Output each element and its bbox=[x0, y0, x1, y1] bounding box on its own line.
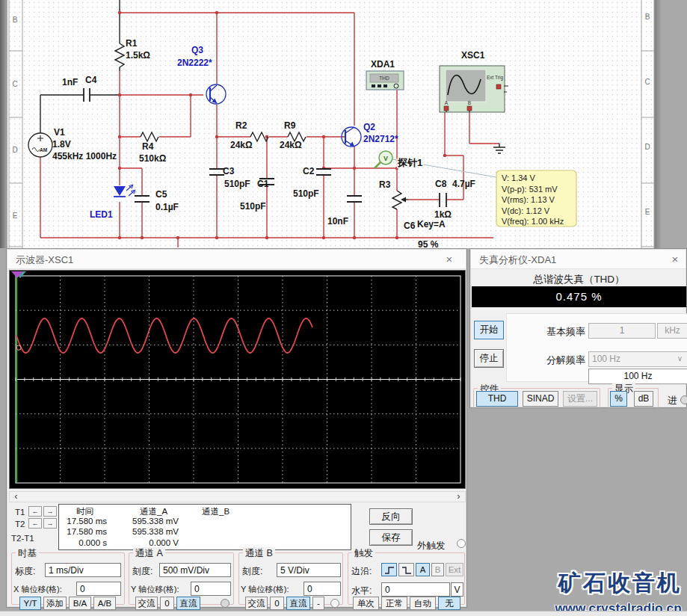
svg-text:V(rms): 1.13 V: V(rms): 1.13 V bbox=[502, 195, 555, 204]
cursor-t2-right-button[interactable]: → bbox=[43, 518, 57, 529]
svg-text:C2: C2 bbox=[303, 166, 315, 176]
trigger-auto-button[interactable]: 自动 bbox=[410, 597, 436, 610]
cursor-t1-left-button[interactable]: ← bbox=[28, 506, 42, 517]
resolution-freq-combo[interactable]: 100 Hz ∨ bbox=[588, 351, 687, 367]
cursor-t1-right-button[interactable]: → bbox=[43, 506, 57, 517]
svg-text:24kΩ: 24kΩ bbox=[230, 140, 253, 150]
falling-edge-button[interactable] bbox=[398, 563, 414, 576]
resistor-r4 bbox=[141, 132, 158, 141]
channel-a-offset-label: Y 轴位移(格): bbox=[131, 584, 179, 595]
potentiometer-r3 bbox=[392, 191, 401, 209]
channel-a-radio[interactable] bbox=[221, 599, 229, 608]
channel-b-group-label: 通道 B bbox=[243, 547, 275, 560]
channel-b-scale-input[interactable]: 5 V/Div bbox=[277, 563, 341, 577]
ab-mode-button[interactable]: A/B bbox=[93, 597, 116, 610]
rising-edge-button[interactable] bbox=[381, 563, 397, 576]
schematic-canvas[interactable]: B C D E B C D E bbox=[0, 0, 687, 248]
measurement-probe[interactable]: V bbox=[375, 151, 392, 168]
channel-a-scale-input[interactable]: 500 mV/Div bbox=[159, 563, 231, 577]
col-time-header: 时间 bbox=[76, 506, 93, 517]
svg-text:V: 1.34 V: V: 1.34 V bbox=[502, 173, 536, 182]
delta-time: 0.000 s bbox=[61, 538, 107, 547]
svg-text:1.8V: 1.8V bbox=[52, 139, 71, 150]
led-led1[interactable] bbox=[114, 185, 135, 197]
start-button[interactable]: 开始 bbox=[474, 321, 504, 339]
trigger-source-a-button[interactable]: A bbox=[416, 563, 430, 576]
settings-button[interactable]: 设置... bbox=[563, 391, 597, 407]
scope-titlebar[interactable]: 示波器-XSC1 × bbox=[7, 250, 466, 269]
svg-text:C3: C3 bbox=[223, 166, 235, 176]
trigger-level-input[interactable]: 0 bbox=[381, 582, 450, 597]
timebase-scale-input[interactable]: 1 ms/Div bbox=[45, 563, 121, 577]
yt-mode-button[interactable]: Y/T bbox=[19, 597, 41, 610]
channel-b-dc-button[interactable]: 直流 bbox=[286, 597, 310, 610]
channel-a-waveform bbox=[16, 318, 312, 353]
svg-text:C: C bbox=[644, 78, 650, 86]
trigger-source-b-button[interactable]: B bbox=[431, 563, 444, 576]
sinad-button[interactable]: SINAD bbox=[523, 391, 558, 407]
t2-cha: 595.338 mV bbox=[117, 527, 179, 536]
channel-b-invert-button[interactable]: - bbox=[312, 597, 324, 610]
fundamental-freq-input[interactable]: 1 bbox=[588, 323, 656, 339]
scope-measurement-table: 时间 通道_A 通道_B 17.580 ms 595.338 mV 17.580… bbox=[58, 504, 351, 550]
channel-a-dc-button[interactable]: 直流 bbox=[176, 597, 200, 610]
close-icon[interactable]: × bbox=[668, 252, 683, 266]
cursor-t1-label: T1 bbox=[15, 508, 25, 517]
scope-screen[interactable] bbox=[9, 270, 466, 489]
add-mode-button[interactable]: 添加 bbox=[43, 597, 67, 610]
channel-a-text: A bbox=[445, 100, 449, 105]
svg-text:E: E bbox=[645, 208, 650, 216]
transistor-q2[interactable] bbox=[342, 127, 361, 147]
percent-button[interactable]: % bbox=[610, 391, 627, 407]
svg-text:Q2: Q2 bbox=[363, 122, 375, 132]
channel-b-zero-button[interactable]: 0 bbox=[270, 597, 284, 610]
transistor-q3[interactable] bbox=[206, 84, 226, 104]
thd-button[interactable]: THD bbox=[476, 391, 518, 407]
db-button[interactable]: dB bbox=[634, 391, 653, 407]
save-button[interactable]: 保存 bbox=[369, 529, 413, 546]
trigger-none-button[interactable]: 无 bbox=[438, 597, 460, 610]
trigger-source-ext-button[interactable]: Ext bbox=[446, 563, 463, 576]
channel-a-ac-button[interactable]: 交流 bbox=[135, 597, 158, 610]
capacitor-symbols[interactable] bbox=[84, 88, 446, 207]
distortion-analyzer-icon[interactable]: THD bbox=[366, 71, 404, 90]
ext-trigger-label: 外触发 bbox=[417, 540, 446, 552]
svg-text:1kΩ: 1kΩ bbox=[434, 209, 452, 220]
source-v1[interactable]: AM bbox=[28, 133, 52, 157]
channel-b-offset-input[interactable]: 0 bbox=[304, 582, 341, 596]
scope-horizontal-scrollbar[interactable]: ‹ › bbox=[9, 491, 466, 502]
trigger-level-unit[interactable]: V bbox=[451, 582, 463, 597]
stop-button[interactable]: 停止 bbox=[474, 349, 504, 368]
watermark-title: 矿石收音机 bbox=[555, 568, 682, 599]
channel-b-scale-label: 刻度: bbox=[242, 565, 262, 578]
close-icon[interactable]: × bbox=[442, 252, 457, 266]
watermark: 矿石收音机 www.crystalradio.cn bbox=[555, 568, 682, 616]
scroll-left-icon[interactable]: ‹ bbox=[10, 492, 22, 502]
oscilloscope-icon[interactable]: Ext Trig A B bbox=[440, 66, 508, 112]
component-labels: R1 1.5kΩ 1nF C4 V1 1.8V 455kHz 1000Hz R4… bbox=[52, 38, 485, 248]
channel-a-offset-input[interactable]: 0 bbox=[191, 582, 231, 596]
timebase-offset-input[interactable]: 0 bbox=[76, 582, 121, 596]
ext-trigger-radio[interactable] bbox=[457, 539, 466, 548]
svg-text:R4: R4 bbox=[142, 141, 154, 152]
xda-titlebar[interactable]: 失真分析仪-XDA1 × bbox=[471, 250, 686, 269]
wiper-arrow-icon bbox=[401, 197, 406, 203]
trigger-normal-button[interactable]: 正常 bbox=[381, 597, 407, 610]
scroll-right-icon[interactable]: › bbox=[453, 492, 464, 502]
fundamental-freq-label: 基本频率 bbox=[546, 325, 585, 339]
reverse-button[interactable]: 反向 bbox=[369, 508, 413, 525]
scope-readout-panel: T1 ← → T2 ← → T2-T1 时间 通道_A 通道_B 17.580 … bbox=[9, 504, 466, 552]
svg-text:XSC1: XSC1 bbox=[461, 50, 485, 61]
channel-a-zero-button[interactable]: 0 bbox=[160, 597, 174, 610]
channel-b-ac-button[interactable]: 交流 bbox=[245, 597, 268, 610]
ground-icon bbox=[493, 147, 505, 153]
channel-b-radio[interactable] bbox=[330, 599, 339, 608]
resolution-freq-value: 100 Hz bbox=[592, 354, 620, 364]
ba-mode-button[interactable]: B/A bbox=[69, 597, 91, 610]
cursor-t2-left-button[interactable]: ← bbox=[28, 518, 42, 529]
svg-text:4.7µF: 4.7µF bbox=[452, 179, 475, 189]
svg-text:2N2222*: 2N2222* bbox=[177, 58, 212, 68]
bottom-window-edge bbox=[0, 611, 687, 616]
trigger-single-button[interactable]: 单次 bbox=[353, 597, 379, 610]
svg-text:24kΩ: 24kΩ bbox=[280, 140, 302, 150]
